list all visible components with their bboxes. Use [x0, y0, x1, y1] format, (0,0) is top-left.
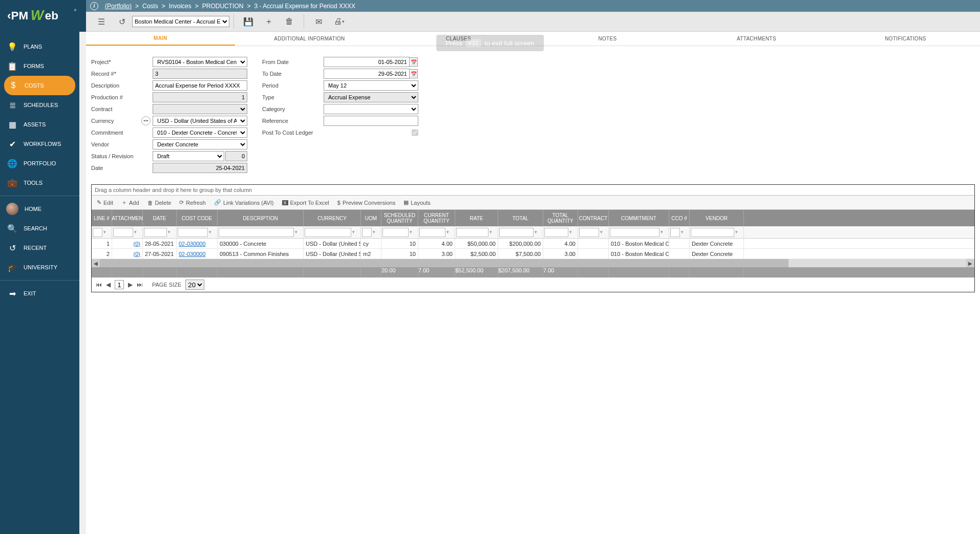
category-select[interactable]: [324, 104, 418, 114]
pager-next-icon[interactable]: ▶: [128, 281, 133, 288]
filter-icon[interactable]: ▾: [209, 229, 215, 236]
calendar-icon[interactable]: 📅: [410, 69, 418, 78]
commitment-select[interactable]: 010 - Dexter Concrete - Concreto: [153, 127, 247, 138]
grid-refresh-button[interactable]: ⟳ Refresh: [179, 199, 206, 206]
filter-input[interactable]: [670, 228, 680, 237]
col-header[interactable]: UOM: [361, 210, 381, 226]
filter-icon[interactable]: ▾: [352, 229, 358, 236]
pager-prev-icon[interactable]: ◀: [106, 281, 111, 288]
status-select[interactable]: Draft: [153, 151, 224, 161]
page-size-select[interactable]: 20: [185, 280, 204, 290]
date-input[interactable]: [153, 163, 247, 173]
grid-add-button[interactable]: ＋ Add: [121, 199, 139, 206]
crumb-invoices[interactable]: Invoices: [169, 3, 191, 10]
sidebar-item-exit[interactable]: ➡EXIT: [0, 284, 79, 303]
filter-input[interactable]: [610, 228, 659, 237]
cell-att[interactable]: (0): [112, 249, 143, 259]
col-header[interactable]: DESCRIPTION: [218, 210, 304, 226]
filter-icon[interactable]: ▾: [569, 229, 576, 236]
production-input[interactable]: [153, 92, 247, 102]
grid-excel-button[interactable]: X Export To Excel: [282, 200, 329, 206]
filter-input[interactable]: [93, 228, 102, 237]
sidebar-item-tools[interactable]: 💼TOOLS: [0, 173, 79, 193]
crumb-production[interactable]: PRODUCTION: [202, 3, 244, 10]
add-icon[interactable]: ＋: [261, 14, 277, 29]
col-header[interactable]: COMMITMENT: [609, 210, 669, 226]
sidebar-item-recent[interactable]: ↺RECENT: [0, 238, 79, 258]
grid-edit-button[interactable]: ✎ Edit: [97, 199, 113, 206]
type-select[interactable]: Accrual Expense: [324, 92, 418, 102]
record-input[interactable]: [153, 69, 247, 79]
currency-picker-icon[interactable]: •••: [141, 116, 151, 125]
col-header[interactable]: SCHEDULED QUANTITY: [381, 210, 418, 226]
filter-icon[interactable]: ▾: [661, 229, 667, 236]
filter-icon[interactable]: ▾: [735, 229, 741, 236]
from-input[interactable]: [324, 57, 410, 67]
filter-input[interactable]: [305, 228, 351, 237]
col-header[interactable]: TOTAL: [498, 210, 543, 226]
scroll-right-icon[interactable]: ▶: [966, 259, 974, 267]
col-header[interactable]: VENDOR: [690, 210, 744, 226]
filter-icon[interactable]: ▾: [168, 229, 174, 236]
pager-page-input[interactable]: [115, 280, 124, 289]
filter-input[interactable]: [219, 228, 294, 237]
col-header[interactable]: TOTAL QUANTITY: [543, 210, 578, 226]
filter-input[interactable]: [362, 228, 372, 237]
table-row[interactable]: 2(0)27-05-202102-030000090513 - Common F…: [92, 249, 974, 259]
filter-input[interactable]: [382, 228, 409, 237]
filter-icon[interactable]: ▾: [446, 229, 453, 236]
cell-code[interactable]: 02-030000: [177, 249, 218, 259]
reference-input[interactable]: [324, 116, 418, 126]
sidebar-item-university[interactable]: 🎓UNIVERSITY: [0, 258, 79, 277]
delete-icon[interactable]: 🗑: [281, 14, 297, 29]
filter-icon[interactable]: ▾: [600, 229, 606, 236]
col-header[interactable]: DATE: [143, 210, 177, 226]
grid-preview-button[interactable]: $ Preview Conversions: [337, 200, 395, 206]
filter-icon[interactable]: ▾: [681, 229, 687, 236]
col-header[interactable]: RATE: [455, 210, 498, 226]
grid-delete-button[interactable]: 🗑 Delete: [147, 200, 172, 206]
to-input[interactable]: [324, 69, 410, 79]
sidebar-item-search[interactable]: 🔍SEARCH: [0, 219, 79, 238]
col-header[interactable]: CCO #: [669, 210, 690, 226]
sidebar-item-forms[interactable]: 📋FORMS: [0, 56, 79, 76]
crumb-costs[interactable]: Costs: [142, 3, 158, 10]
filter-input[interactable]: [691, 228, 734, 237]
filter-input[interactable]: [456, 228, 488, 237]
filter-icon[interactable]: ▾: [410, 229, 416, 236]
sidebar-item-assets[interactable]: ▦ASSETS: [0, 115, 79, 134]
email-icon[interactable]: ✉: [310, 14, 327, 29]
col-header[interactable]: ATTACHMEN: [112, 210, 143, 226]
filter-icon[interactable]: ▾: [103, 229, 110, 236]
period-select[interactable]: May 12: [324, 80, 418, 91]
filter-input[interactable]: [499, 228, 534, 237]
tab-main[interactable]: MAIN: [86, 32, 235, 46]
print-icon[interactable]: 🖨▾: [331, 14, 347, 29]
crumb-portfolio[interactable]: (Portfolio): [105, 3, 132, 10]
sidebar-item-home[interactable]: HOME: [0, 199, 79, 219]
currency-select[interactable]: USD - Dollar (United States of America): [153, 116, 247, 126]
filter-input[interactable]: [144, 228, 167, 237]
sidebar-item-workflows[interactable]: ✔WORKFLOWS: [0, 134, 79, 154]
grid-layouts-button[interactable]: ▦ Layouts: [403, 199, 431, 206]
pager-first-icon[interactable]: ⏮: [96, 281, 102, 288]
save-icon[interactable]: 💾: [240, 14, 257, 29]
filter-input[interactable]: [544, 228, 568, 237]
scroll-thumb[interactable]: [100, 259, 789, 267]
tab-additional-information[interactable]: ADDITIONAL INFORMATION: [235, 32, 384, 46]
scroll-left-icon[interactable]: ◀: [92, 259, 100, 267]
revision-input[interactable]: [225, 151, 247, 161]
col-header[interactable]: LINE #: [92, 210, 112, 226]
col-header[interactable]: COST CODE: [177, 210, 218, 226]
scope-select[interactable]: Boston Medical Center - Accrual Exp: [132, 16, 229, 27]
cell-att[interactable]: (0): [112, 239, 143, 248]
sidebar-item-costs[interactable]: $COSTS: [4, 76, 75, 95]
project-select[interactable]: RVS0104 - Boston Medical Center: [153, 57, 247, 67]
desc-input[interactable]: [153, 80, 247, 91]
tab-notes[interactable]: NOTES: [533, 32, 682, 46]
list-icon[interactable]: ☰: [93, 14, 110, 29]
filter-input[interactable]: [579, 228, 599, 237]
cell-code[interactable]: 02-030000: [177, 239, 218, 248]
grid-group-hint[interactable]: Drag a column header and drop it here to…: [92, 185, 974, 196]
grid-hscroll[interactable]: ◀ ▶: [92, 259, 974, 267]
